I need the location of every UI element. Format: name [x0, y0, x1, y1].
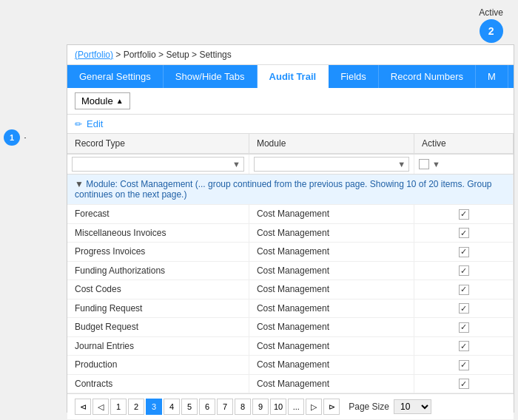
active-checkbox[interactable]: ✓: [459, 265, 469, 276]
portfolio-link[interactable]: (Portfolio): [75, 50, 113, 60]
col-header-module: Module: [249, 134, 414, 154]
table-row: Cost CodesCost Management✓: [67, 280, 514, 299]
cell-module: Cost Management: [249, 243, 414, 262]
filter-icon-record[interactable]: ▼: [232, 160, 240, 169]
tab-recordnumbers[interactable]: Record Numbers: [379, 65, 476, 88]
page-size-select[interactable]: 10 20 50 100: [394, 399, 431, 414]
tabs-bar: General Settings Show/Hide Tabs Audit Tr…: [67, 65, 514, 88]
active-checkbox[interactable]: ✓: [459, 379, 469, 389]
filter-icon-active[interactable]: ▼: [432, 160, 440, 169]
module-bar: Module ▲: [67, 88, 514, 115]
filter-icon-module[interactable]: ▼: [397, 160, 406, 169]
tab-audittrail[interactable]: Audit Trail: [258, 65, 329, 88]
table-row: ForecastCost Management✓: [67, 205, 514, 224]
page-6-btn[interactable]: 6: [199, 399, 215, 415]
active-checkbox[interactable]: ✓: [459, 209, 469, 220]
table-row: Miscellaneous InvoicesCost Management✓: [67, 223, 514, 243]
group-header-text: Module: Cost Management (... group conti…: [75, 179, 492, 200]
page-last-btn[interactable]: ⊳: [323, 399, 340, 415]
page-next-btn[interactable]: ▷: [306, 399, 322, 415]
main-table: Record Type Module Active ▼ ▼: [67, 134, 514, 393]
cell-record-type: Cost Codes: [67, 280, 249, 299]
group-header-cell: ▼ Module: Cost Management (... group con…: [67, 175, 514, 205]
filter-cell-active: ▼: [414, 154, 514, 175]
module-dropdown-label: Module: [81, 95, 113, 106]
filter-input-module-wrap: ▼: [254, 157, 409, 172]
active-checkbox[interactable]: ✓: [459, 247, 469, 257]
cell-active: ✓: [414, 318, 514, 337]
cell-module: Cost Management: [249, 336, 414, 356]
filter-cell-module: ▼: [249, 154, 414, 175]
table-row: Journal EntriesCost Management✓: [67, 336, 514, 356]
page-3-btn[interactable]: 3: [146, 399, 162, 415]
tab-more[interactable]: M: [476, 65, 508, 88]
active-checkbox[interactable]: ✓: [459, 322, 469, 333]
cell-module: Cost Management: [249, 318, 414, 337]
cell-record-type: Miscellaneous Invoices: [67, 223, 249, 243]
cell-active: ✓: [414, 243, 514, 262]
page-10-btn[interactable]: 10: [270, 399, 286, 415]
edit-number-badge: 1: [4, 129, 20, 146]
cell-module: Cost Management: [249, 223, 414, 243]
cell-module: Cost Management: [249, 205, 414, 224]
page-first-btn[interactable]: ⊲: [75, 399, 91, 415]
page-7-btn[interactable]: 7: [217, 399, 233, 415]
page-8-btn[interactable]: 8: [235, 399, 251, 415]
cell-module: Cost Management: [249, 356, 414, 375]
breadcrumb: (Portfolio) > Portfolio > Setup > Settin…: [67, 45, 514, 65]
tab-general[interactable]: General Settings: [67, 65, 164, 88]
active-filter-wrap: ▼: [419, 159, 508, 169]
page-9-btn[interactable]: 9: [252, 399, 269, 415]
cell-active: ✓: [414, 356, 514, 375]
cell-record-type: Budget Request: [67, 318, 249, 337]
cell-record-type: Funding Request: [67, 299, 249, 318]
cell-active: ✓: [414, 280, 514, 299]
page-1-btn[interactable]: 1: [110, 399, 127, 415]
table-row: ContractsCost Management✓: [67, 374, 514, 393]
active-filter-checkbox[interactable]: [419, 159, 429, 169]
col-header-active: Active: [414, 134, 514, 154]
cell-module: Cost Management: [249, 299, 414, 318]
tab-showhide[interactable]: Show/Hide Tabs: [164, 65, 258, 88]
page-5-btn[interactable]: 5: [181, 399, 198, 415]
tab-fields[interactable]: Fields: [329, 65, 379, 88]
cell-record-type: Progress Invoices: [67, 243, 249, 262]
table-row: Progress InvoicesCost Management✓: [67, 243, 514, 262]
filter-input-record[interactable]: [75, 159, 232, 169]
active-checkbox[interactable]: ✓: [459, 285, 469, 295]
table-wrapper: Record Type Module Active ▼ ▼: [67, 134, 514, 393]
filter-input-record-wrap: ▼: [72, 157, 244, 172]
table-row: Funding AuthorizationsCost Management✓: [67, 261, 514, 280]
pagination-bar: ⊲ ◁ 1 2 3 4 5 6 7 8 9 10 ... ▷ ⊳ Page Si…: [67, 393, 514, 419]
collapse-arrow[interactable]: ▼: [75, 179, 84, 189]
cell-active: ✓: [414, 374, 514, 393]
active-badge-area: Active 2: [479, 7, 503, 43]
active-checkbox[interactable]: ✓: [459, 303, 469, 314]
active-checkbox[interactable]: ✓: [459, 341, 469, 351]
cell-record-type: Production: [67, 356, 249, 375]
edit-button-label: Edit: [87, 118, 103, 129]
pencil-icon: ✏: [75, 119, 82, 129]
filter-input-module[interactable]: [258, 159, 397, 169]
table-row: Funding RequestCost Management✓: [67, 299, 514, 318]
cell-module: Cost Management: [249, 280, 414, 299]
cell-active: ✓: [414, 223, 514, 243]
edit-row[interactable]: ✏ Edit: [67, 115, 514, 134]
cell-module: Cost Management: [249, 261, 414, 280]
active-checkbox[interactable]: ✓: [459, 360, 469, 370]
module-dropdown[interactable]: Module ▲: [75, 92, 130, 109]
active-checkbox[interactable]: ✓: [459, 228, 469, 238]
module-dropdown-arrow: ▲: [116, 97, 124, 105]
cell-record-type: Forecast: [67, 205, 249, 224]
col-header-record-type: Record Type: [67, 134, 249, 154]
page-2-btn[interactable]: 2: [128, 399, 144, 415]
cell-active: ✓: [414, 261, 514, 280]
filter-cell-record: ▼: [67, 154, 249, 175]
page-prev-btn[interactable]: ◁: [92, 399, 109, 415]
table-row: Budget RequestCost Management✓: [67, 318, 514, 337]
main-container: (Portfolio) > Portfolio > Setup > Settin…: [67, 44, 514, 413]
cell-active: ✓: [414, 299, 514, 318]
page-4-btn[interactable]: 4: [164, 399, 180, 415]
page-size-label: Page Size: [349, 402, 389, 412]
page-ellipsis-btn[interactable]: ...: [288, 399, 304, 415]
